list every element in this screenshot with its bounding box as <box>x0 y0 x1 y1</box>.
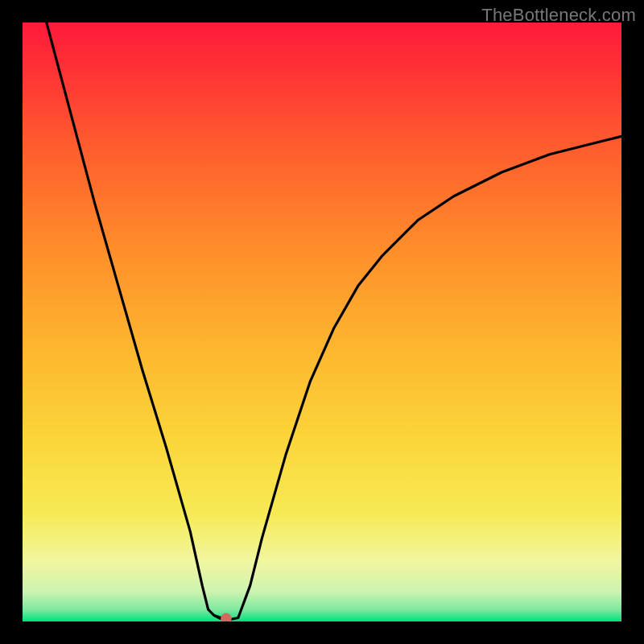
plot-area <box>23 23 621 621</box>
gradient-background <box>23 23 621 621</box>
chart-frame <box>23 23 621 621</box>
bottleneck-chart <box>23 23 621 621</box>
watermark-text: TheBottleneck.com <box>481 5 636 26</box>
